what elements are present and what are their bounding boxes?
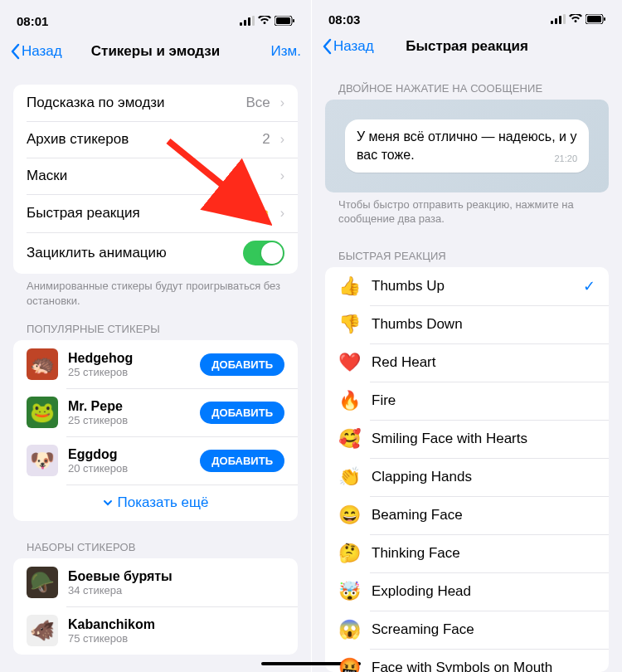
status-icons	[240, 16, 294, 26]
preview-header: ДВОЙНОЕ НАЖАТИЕ НА СООБЩЕНИЕ	[325, 82, 609, 100]
message-bubble[interactable]: У меня всё отлично — надеюсь, и у вас то…	[345, 119, 589, 172]
reaction-row[interactable]: 👍 Thumbs Up ✓	[325, 267, 609, 305]
svg-rect-10	[563, 14, 566, 24]
reaction-label: Fire	[372, 392, 595, 409]
svg-rect-7	[551, 21, 553, 24]
reaction-row[interactable]: 😄 Beaming Face	[325, 496, 609, 534]
show-more-button[interactable]: Показать ещё	[13, 485, 298, 521]
right-screen: 08:03 Назад Быстрая реакция ДВОЙНОЕ НАЖА…	[311, 0, 622, 672]
settings-row[interactable]: Подсказка по эмодзиВсе›	[13, 85, 298, 121]
checkmark-icon: ✓	[583, 277, 595, 295]
svg-rect-6	[293, 19, 294, 22]
bubble-text: У меня всё отлично — надеюсь, и у вас то…	[357, 129, 576, 162]
footnote: Анимированные стикеры будут проигрыватьс…	[0, 274, 311, 308]
toggle-switch[interactable]	[243, 241, 284, 265]
reaction-label: Thumbs Down	[372, 316, 595, 333]
reaction-emoji: 😄	[338, 504, 360, 526]
settings-row[interactable]: Маски›	[13, 158, 298, 194]
svg-rect-9	[559, 16, 561, 24]
battery-icon	[586, 14, 605, 24]
reaction-emoji: 🤯	[338, 581, 360, 602]
svg-rect-3	[252, 16, 255, 26]
row-label: Архив стикеров	[27, 131, 252, 148]
reaction-label: Screaming Face	[372, 621, 595, 638]
svg-rect-8	[555, 18, 557, 24]
signal-icon	[240, 16, 255, 26]
message-preview: У меня всё отлично — надеюсь, и у вас то…	[325, 100, 609, 192]
wifi-icon	[258, 16, 271, 26]
reaction-emoji: 👎	[338, 314, 360, 335]
status-icons	[551, 14, 605, 24]
settings-row[interactable]: Быстрая реакция👍›	[13, 194, 298, 232]
row-label: Зациклить анимацию	[27, 245, 233, 261]
reaction-emoji: 🥰	[338, 428, 360, 450]
reaction-row[interactable]: 👏 Clapping Hands	[325, 458, 609, 496]
reaction-row[interactable]: ❤️ Red Heart	[325, 343, 609, 382]
settings-row[interactable]: Архив стикеров2›	[13, 121, 298, 158]
reaction-emoji: 🤔	[338, 543, 360, 564]
sticker-info: Kabanchikom 75 стикеров	[68, 617, 284, 645]
chevron-down-icon	[103, 498, 113, 508]
sticker-info: Боевые буряты 34 стикера	[68, 569, 284, 597]
sticker-name: Боевые буряты	[68, 569, 284, 584]
chevron-left-icon	[322, 38, 332, 55]
show-more-label: Показать ещё	[118, 494, 209, 511]
reaction-row[interactable]: 👎 Thumbs Down	[325, 305, 609, 343]
row-label: Быстрая реакция	[27, 205, 238, 222]
header: Назад Стикеры и эмодзи Изм.	[0, 33, 311, 70]
sets-card: 🪖 Боевые буряты 34 стикера 🐗 Kabanchikom…	[13, 558, 298, 655]
sticker-row[interactable]: 🐶 Eggdog 20 стикеров ДОБАВИТЬ	[13, 436, 298, 485]
sticker-set-row[interactable]: 🪖 Боевые буряты 34 стикера	[13, 558, 298, 606]
battery-icon	[275, 16, 294, 26]
reaction-row[interactable]: 🔥 Fire	[325, 382, 609, 420]
status-time: 08:03	[328, 12, 360, 27]
chevron-right-icon: ›	[280, 168, 284, 183]
sticker-icon: 🦔	[27, 348, 58, 380]
sticker-icon: 🐗	[27, 615, 58, 646]
reaction-row[interactable]: 🤬 Face with Symbols on Mouth	[325, 649, 609, 672]
sticker-count: 75 стикеров	[68, 632, 284, 645]
preview-section: ДВОЙНОЕ НАЖАТИЕ НА СООБЩЕНИЕ	[312, 82, 622, 100]
sticker-icon: 🐸	[27, 397, 58, 428]
reaction-label: Thinking Face	[372, 545, 595, 562]
add-button[interactable]: ДОБАВИТЬ	[200, 402, 284, 424]
page-title: Быстрая реакция	[406, 38, 528, 55]
popular-section: ПОПУЛЯРНЫЕ СТИКЕРЫ 🦔 Hedgehog 25 стикеро…	[0, 323, 311, 521]
chevron-right-icon: ›	[280, 95, 284, 110]
edit-button[interactable]: Изм.	[271, 43, 301, 60]
sticker-icon: 🐶	[27, 445, 58, 476]
reaction-label: Exploding Head	[372, 583, 595, 600]
reaction-row[interactable]: 🤔 Thinking Face	[325, 534, 609, 572]
sticker-name: Kabanchikom	[68, 617, 284, 632]
sticker-info: Eggdog 20 стикеров	[68, 447, 190, 475]
settings-section: Подсказка по эмодзиВсе›Архив стикеров2›М…	[0, 85, 311, 274]
reaction-row[interactable]: 🥰 Smiling Face with Hearts	[325, 420, 609, 458]
reaction-row[interactable]: 🤯 Exploding Head	[325, 572, 609, 611]
add-button[interactable]: ДОБАВИТЬ	[200, 353, 284, 376]
svg-rect-12	[587, 16, 601, 22]
header: Назад Быстрая реакция	[312, 31, 622, 63]
reaction-emoji: ❤️	[338, 352, 360, 373]
settings-row[interactable]: Зациклить анимацию	[13, 232, 298, 274]
svg-rect-5	[276, 17, 290, 24]
svg-rect-1	[244, 20, 246, 26]
sticker-info: Hedgehog 25 стикеров	[68, 351, 190, 378]
back-button[interactable]: Назад	[322, 38, 374, 55]
sets-header: НАБОРЫ СТИКЕРОВ	[13, 541, 298, 558]
add-button[interactable]: ДОБАВИТЬ	[200, 450, 284, 472]
bubble-time: 21:20	[554, 153, 577, 165]
sticker-row[interactable]: 🦔 Hedgehog 25 стикеров ДОБАВИТЬ	[13, 340, 298, 388]
chevron-right-icon: ›	[280, 206, 284, 221]
back-button[interactable]: Назад	[10, 43, 62, 60]
status-bar: 08:03	[312, 0, 622, 31]
sticker-set-row[interactable]: 🐗 Kabanchikom 75 стикеров	[13, 606, 298, 655]
reaction-label: Face with Symbols on Mouth	[372, 660, 595, 672]
reaction-emoji: 👏	[338, 466, 360, 488]
signal-icon	[551, 14, 566, 24]
reaction-label: Beaming Face	[372, 507, 595, 523]
reaction-row[interactable]: 😱 Screaming Face	[325, 611, 609, 649]
popular-card: 🦔 Hedgehog 25 стикеров ДОБАВИТЬ 🐸 Mr. Pe…	[13, 340, 298, 521]
row-label: Маски	[27, 168, 260, 184]
svg-rect-13	[604, 17, 605, 21]
sticker-row[interactable]: 🐸 Mr. Pepe 25 стикеров ДОБАВИТЬ	[13, 388, 298, 436]
